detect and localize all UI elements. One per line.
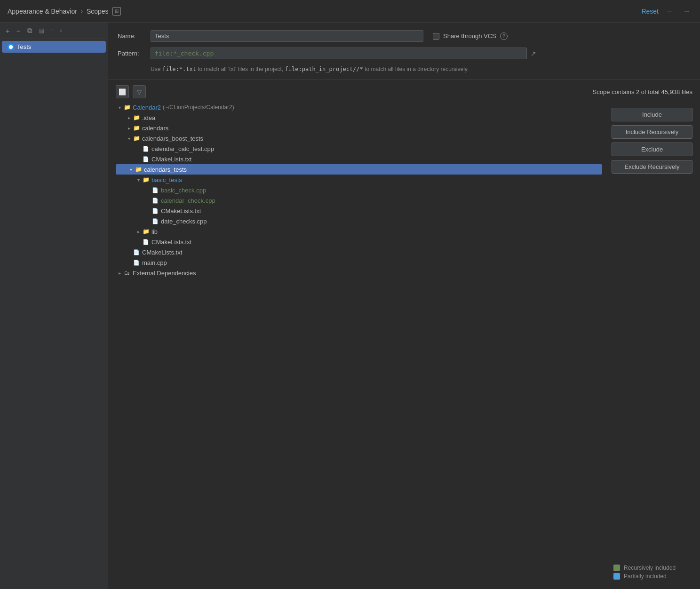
save-scope-button[interactable]: ▤ bbox=[37, 26, 46, 35]
file-icon: 📄 bbox=[151, 207, 159, 215]
folder-icon: 📁 bbox=[142, 176, 150, 183]
node-label-cmake3: CMakeLists.txt bbox=[151, 239, 191, 246]
node-label-basic-check: basic_check.cpp bbox=[161, 187, 206, 194]
tree-node-basic-tests[interactable]: 📁 basic_tests bbox=[116, 175, 606, 185]
legend-item-green: Recursively included bbox=[613, 565, 692, 571]
breadcrumb: Appearance & Behavior › Scopes ⊞ bbox=[8, 7, 121, 16]
chevron-tests[interactable] bbox=[127, 166, 135, 173]
node-label-cmake1: CMakeLists.txt bbox=[151, 156, 191, 163]
flatten-btn[interactable]: ⬜ bbox=[116, 85, 129, 98]
vcs-checkbox[interactable] bbox=[433, 33, 439, 40]
tree-node-cmake1[interactable]: 📄 CMakeLists.txt bbox=[116, 154, 606, 164]
tree-node-calendars-tests[interactable]: 📁 calendars_tests bbox=[116, 164, 602, 175]
include-button[interactable]: Include bbox=[612, 108, 692, 121]
pattern-row: Pattern: ↗ bbox=[118, 48, 691, 59]
sidebar-toolbar: + − ⧉ ▤ ↑ › bbox=[0, 23, 108, 39]
folder-icon: 📁 bbox=[133, 135, 140, 142]
node-label-calendar2: Calendar2 bbox=[133, 104, 161, 111]
tree-section: ⬜ ▽ Scope contains 2 of total 45,938 fil… bbox=[108, 80, 700, 589]
back-button[interactable]: ← bbox=[664, 7, 676, 16]
name-input[interactable] bbox=[151, 30, 423, 42]
add-scope-button[interactable]: + bbox=[4, 26, 12, 36]
remove-scope-button[interactable]: − bbox=[15, 26, 23, 36]
sidebar-item-tests[interactable]: Tests bbox=[2, 41, 106, 53]
more-scope-button[interactable]: › bbox=[58, 26, 64, 35]
pattern-label: Pattern: bbox=[118, 50, 151, 57]
hint-mono-1: file:*.txt bbox=[162, 66, 196, 72]
file-icon: 📄 bbox=[142, 145, 150, 152]
tree-node-main[interactable]: 📄 main.cpp bbox=[116, 257, 606, 268]
node-label-cmake4: CMakeLists.txt bbox=[142, 249, 182, 256]
sidebar: + − ⧉ ▤ ↑ › Tests bbox=[0, 23, 108, 589]
name-row: Name: Share through VCS ? bbox=[118, 30, 691, 42]
file-icon: 📄 bbox=[151, 186, 159, 194]
tree-node-external-deps[interactable]: 🗂 External Dependencies bbox=[116, 268, 606, 278]
filter-btn[interactable]: ▽ bbox=[133, 85, 146, 98]
node-label-cmake2: CMakeLists.txt bbox=[161, 207, 201, 215]
chevron-lib[interactable] bbox=[135, 228, 142, 235]
content-area: Name: Share through VCS ? Pattern: ↗ Use… bbox=[108, 23, 700, 589]
chevron-basic[interactable] bbox=[135, 176, 142, 183]
tree-node-idea[interactable]: 📁 .idea bbox=[116, 112, 606, 123]
pattern-input[interactable] bbox=[151, 48, 527, 59]
header-actions: Reset ← → bbox=[641, 7, 692, 16]
right-column: Include Include Recursively Exclude Excl… bbox=[606, 102, 700, 589]
header-bar: Appearance & Behavior › Scopes ⊞ Reset ←… bbox=[0, 0, 700, 23]
tree-node-date-checks[interactable]: 📄 date_checks.cpp bbox=[116, 216, 606, 226]
breadcrumb-icon[interactable]: ⊞ bbox=[112, 7, 121, 16]
legend: Recursively included Partially included bbox=[606, 561, 700, 583]
forward-button[interactable]: → bbox=[681, 7, 692, 16]
chevron-ext[interactable] bbox=[116, 269, 123, 277]
chevron-idea[interactable] bbox=[125, 114, 133, 121]
legend-label-green: Recursively included bbox=[624, 565, 676, 571]
node-sublabel-calendar2: (~/CLionProjects/Calendar2) bbox=[163, 104, 234, 111]
legend-label-blue: Partially included bbox=[624, 573, 667, 580]
tree-node-cmake4[interactable]: 📄 CMakeLists.txt bbox=[116, 247, 606, 257]
hint-mono-2: file:path_in_project//* bbox=[285, 66, 363, 72]
tree-node-calendar-check[interactable]: 📄 calendar_check.cpp bbox=[116, 195, 606, 206]
tree-node-calendar-calc-test[interactable]: 📄 calendar_calc_test.cpp bbox=[116, 143, 606, 154]
folder-special-icon: 🗂 bbox=[123, 269, 131, 277]
tree-node-cmake3[interactable]: 📄 CMakeLists.txt bbox=[116, 237, 606, 247]
legend-item-blue: Partially included bbox=[613, 573, 692, 580]
tree-pane: 📁 Calendar2 (~/CLionProjects/Calendar2) … bbox=[116, 102, 606, 589]
help-icon[interactable]: ? bbox=[500, 32, 508, 40]
expand-pattern-icon[interactable]: ↗ bbox=[531, 50, 536, 57]
include-recursively-button[interactable]: Include Recursively bbox=[612, 125, 692, 139]
vcs-group: Share through VCS ? bbox=[433, 32, 508, 40]
actions-panel: Include Include Recursively Exclude Excl… bbox=[606, 108, 700, 174]
scope-icon bbox=[8, 44, 14, 50]
tree-container: 📁 Calendar2 (~/CLionProjects/Calendar2) … bbox=[116, 102, 700, 589]
tree-node-cmake2[interactable]: 📄 CMakeLists.txt bbox=[116, 206, 606, 216]
chevron-calendars[interactable] bbox=[125, 124, 133, 132]
chevron-calendar2[interactable] bbox=[116, 103, 123, 111]
export-scope-button[interactable]: ↑ bbox=[49, 26, 56, 35]
breadcrumb-main: Appearance & Behavior bbox=[8, 8, 77, 15]
node-label-lib: lib bbox=[151, 228, 158, 235]
chevron-boost[interactable] bbox=[125, 135, 133, 142]
node-label-idea: .idea bbox=[142, 114, 155, 121]
file-icon: 📄 bbox=[142, 238, 150, 246]
exclude-button[interactable]: Exclude bbox=[612, 143, 692, 156]
tree-node-basic-check[interactable]: 📄 basic_check.cpp bbox=[116, 185, 606, 195]
file-icon: 📄 bbox=[151, 197, 159, 204]
scope-item-label: Tests bbox=[17, 43, 31, 50]
legend-color-blue bbox=[613, 573, 620, 580]
node-label-main: main.cpp bbox=[142, 259, 167, 266]
node-label-ext: External Dependencies bbox=[133, 270, 196, 277]
tree-node-lib[interactable]: 📁 lib bbox=[116, 226, 606, 237]
breadcrumb-sub: Scopes bbox=[87, 8, 109, 15]
node-label-boost: calendars_boost_tests bbox=[142, 135, 203, 142]
tree-node-calendar2[interactable]: 📁 Calendar2 (~/CLionProjects/Calendar2) bbox=[116, 102, 606, 112]
copy-scope-button[interactable]: ⧉ bbox=[25, 25, 34, 36]
breadcrumb-sep: › bbox=[81, 8, 83, 15]
node-label-calc-test: calendar_calc_test.cpp bbox=[151, 145, 214, 152]
file-icon: 📄 bbox=[151, 217, 159, 225]
tree-node-calendars-boost-tests[interactable]: 📁 calendars_boost_tests bbox=[116, 133, 606, 143]
tree-toolbar: ⬜ ▽ Scope contains 2 of total 45,938 fil… bbox=[116, 85, 700, 98]
legend-color-green bbox=[613, 565, 620, 571]
tree-toolbar-left: ⬜ ▽ bbox=[116, 85, 146, 98]
reset-button[interactable]: Reset bbox=[641, 8, 659, 15]
exclude-recursively-button[interactable]: Exclude Recursively bbox=[612, 160, 692, 174]
tree-node-calendars[interactable]: 📁 calendars bbox=[116, 123, 606, 133]
